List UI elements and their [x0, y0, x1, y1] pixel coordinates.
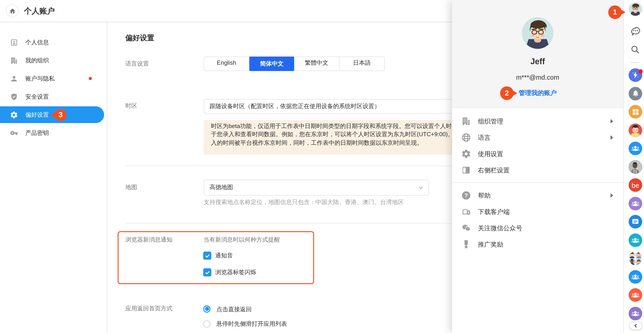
- svg-text:?: ?: [464, 192, 468, 198]
